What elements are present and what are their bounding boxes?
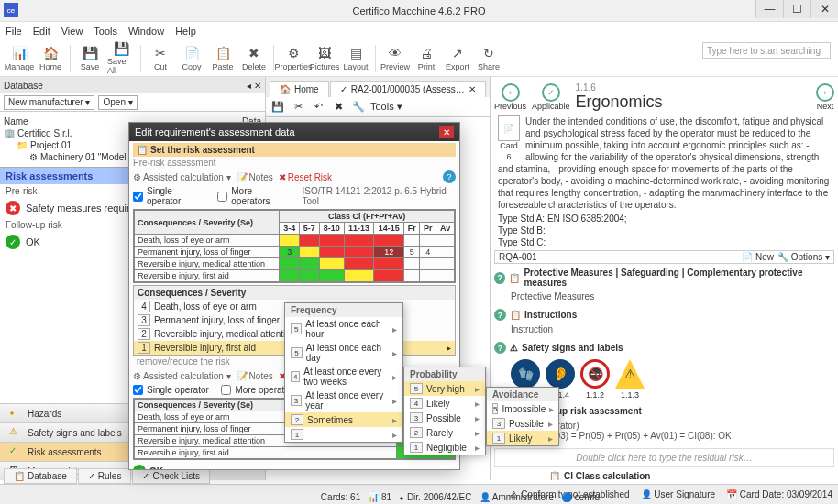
residual-risk-input[interactable]: Double click here to type the residual r… [494, 448, 834, 467]
save-button[interactable]: 💾Save [76, 42, 104, 75]
delete-button[interactable]: ✖Delete [240, 42, 268, 75]
print-button[interactable]: 🖨Print [413, 42, 440, 75]
risk-matrix: Consequences / Severity (Se)Class Cl (Fr… [133, 209, 456, 283]
avoidance-flyout: Avoidance 5Impossible▸ 3Possible▸ 1Likel… [486, 387, 559, 446]
cut-button[interactable]: ✂Cut [147, 42, 174, 75]
export-icon: ↗ [449, 45, 466, 61]
sign-icon-3[interactable]: 🚭 [580, 359, 610, 389]
tool-delete-icon[interactable]: ✖ [330, 99, 347, 115]
home-icon: 🏠 [42, 45, 59, 61]
paste-button[interactable]: 📋Paste [209, 42, 237, 75]
minimize-button[interactable]: — [755, 0, 783, 18]
rules-tab[interactable]: ✓ Rules [78, 468, 132, 484]
delete-icon: ✖ [246, 45, 262, 61]
previous-button[interactable]: ‹Previous [494, 83, 526, 111]
freq-opt[interactable]: 5At least once each hour▸ [285, 317, 402, 341]
layout-button[interactable]: ▤Layout [342, 42, 369, 75]
print-icon: 🖨 [418, 45, 435, 61]
assisted-calc-button[interactable]: ⚙ Assisted calculation ▾ [133, 172, 231, 182]
applicable-button[interactable]: ✓Applicable [532, 83, 570, 111]
tool-save-icon[interactable]: 💾 [270, 99, 286, 115]
cut-icon: ✂ [152, 45, 169, 61]
sign-icon-4[interactable]: ⚠ [615, 359, 645, 389]
copy-button[interactable]: 📄Copy [178, 42, 205, 75]
single-operator-checkbox[interactable] [133, 192, 143, 202]
preview-button[interactable]: 👁Preview [381, 42, 409, 75]
share-icon: ↻ [480, 45, 497, 61]
tool-wrench-icon[interactable]: 🔧 [350, 99, 367, 115]
manufacturer-combo[interactable]: New manufacturer ▾ [4, 95, 94, 110]
share-button[interactable]: ↻Share [475, 42, 502, 75]
help-icon[interactable]: ? [443, 170, 456, 183]
menu-help[interactable]: Help [175, 26, 196, 37]
save-all-button[interactable]: 💾Save All [107, 42, 135, 75]
gear-icon: ⚙ [285, 45, 302, 61]
tool-undo-icon[interactable]: ↶ [310, 99, 326, 115]
reset-risk-button[interactable]: ✖ Reset Risk [279, 172, 332, 182]
home-button[interactable]: 🏠Home [37, 42, 64, 75]
export-button[interactable]: ↗Export [444, 42, 471, 75]
probability-flyout: Probability 5Very high▸ 4Likely▸ 3Possib… [403, 367, 486, 455]
database-tab[interactable]: 📋 Database [4, 468, 77, 484]
open-combo[interactable]: Open ▾ [98, 95, 137, 110]
menu-edit[interactable]: Edit [33, 26, 50, 37]
options-button[interactable]: 🔧 Options ▾ [777, 252, 830, 262]
copy-icon: 📄 [183, 45, 200, 61]
rqa-field[interactable]: RQA-001 [499, 252, 537, 262]
menu-view[interactable]: View [61, 26, 83, 37]
app-title: Certifico Macchine 4.6.2 PRO [353, 5, 486, 16]
pictures-button[interactable]: 🖼Pictures [311, 42, 338, 75]
database-header: Database◂ ✕ [0, 77, 265, 93]
more-operators-checkbox[interactable] [217, 192, 227, 202]
manage-icon: 📊 [11, 45, 28, 61]
page-title: Ergonomics [576, 93, 810, 112]
preview-icon: 👁 [387, 45, 403, 61]
tool-cut-icon[interactable]: ✂ [290, 99, 306, 115]
manage-button[interactable]: 📊Manage [6, 42, 33, 75]
detail-text: 📄 Card 6 Under the intended conditions o… [494, 114, 834, 213]
checklists-tab[interactable]: ✓ Check Lists [132, 468, 210, 484]
dialog-close-button[interactable]: ✕ [439, 126, 454, 138]
paste-icon: 📋 [215, 45, 231, 61]
menu-tools[interactable]: Tools [94, 26, 117, 37]
close-button[interactable]: ✕ [810, 0, 838, 18]
tools-dropdown[interactable]: Tools ▾ [370, 101, 402, 113]
layout-icon: ▤ [347, 45, 364, 61]
save-all-icon: 💾 [113, 41, 129, 56]
sign-icon-2[interactable]: 👂 [546, 359, 575, 389]
menu-file[interactable]: File [6, 26, 22, 37]
home-tab[interactable]: 🏠 Home [270, 81, 329, 97]
search-input[interactable]: Type here to start searching [702, 42, 831, 59]
save-icon: 💾 [82, 45, 98, 61]
pictures-icon: 🖼 [316, 45, 333, 61]
maximize-button[interactable]: ☐ [783, 0, 810, 18]
doc-tab[interactable]: ✓ RA2-001/000035 (Assess… ✕ [330, 81, 486, 97]
new-button[interactable]: 📄 New [742, 252, 774, 262]
notes-button[interactable]: 📝 Notes [237, 172, 273, 182]
properties-button[interactable]: ⚙Properties [280, 42, 307, 75]
app-logo: ce [4, 3, 18, 17]
menu-window[interactable]: Window [128, 26, 164, 37]
sign-icon-1[interactable]: 🧤 [511, 359, 540, 389]
next-button[interactable]: ›Next [816, 83, 834, 111]
menubar: File Edit View Tools Window Help [0, 22, 838, 40]
frequency-flyout: Frequency 5At least once each hour▸ 5At … [284, 302, 403, 443]
titlebar: ce Certifico Macchine 4.6.2 PRO — ☐ ✕ [0, 0, 838, 22]
